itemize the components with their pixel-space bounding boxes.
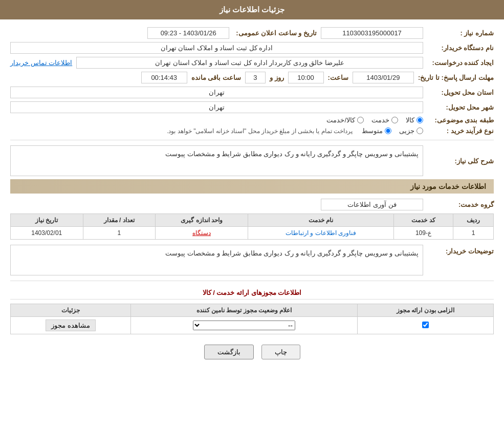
col-required: الزامی بودن ارائه مجوز xyxy=(358,304,494,317)
category-radio-kala-input[interactable] xyxy=(417,117,423,123)
page-wrapper: جزئیات اطلاعات نیاز شماره نیاز : 1103003… xyxy=(0,0,504,448)
category-radio-both-input[interactable] xyxy=(357,117,364,123)
need-desc-value: پشتیبانی و سرویس چاپگر و گردگیری رایانه … xyxy=(10,145,423,176)
table-row: 1 ع-109 فناوری اطلاعات و ارتباطات دستگاه… xyxy=(11,227,494,240)
required-checkbox[interactable] xyxy=(422,322,429,328)
cell-date: 1403/02/01 xyxy=(11,227,83,240)
services-table: ردیف کد خدمت نام خدمت واحد اندازه گیری ت… xyxy=(10,214,494,240)
category-row: طبقه بندی موضوعی: کالا خدمت کالا/خدمت xyxy=(10,116,494,124)
col-row: ردیف xyxy=(453,214,494,227)
cell-status: -- xyxy=(130,317,358,334)
buttons-row: چاپ بازگشت xyxy=(10,345,494,359)
creator-label: ایجاد کننده درخواست: xyxy=(427,59,494,67)
cell-name: فناوری اطلاعات و ارتباطات xyxy=(248,227,394,240)
back-button[interactable]: بازگشت xyxy=(204,345,254,359)
province-row: استان محل تحویل: تهران xyxy=(10,87,494,98)
content-area: شماره نیاز : 1103003195000017 تاریخ و سا… xyxy=(0,19,504,377)
creator-link[interactable]: اطلاعات تماس خریدار xyxy=(10,59,72,67)
need-number-label: شماره نیاز : xyxy=(427,29,494,37)
service-group-label: گروه خدمت: xyxy=(427,201,494,208)
divider-1 xyxy=(10,140,494,140)
announce-value: 1403/01/26 - 09:23 xyxy=(147,27,229,39)
col-name: نام خدمت xyxy=(248,214,394,227)
purchase-motavsat-label: متوسط xyxy=(362,127,383,135)
province-value: تهران xyxy=(10,87,423,98)
col-code: کد خدمت xyxy=(393,214,453,227)
purchase-note: پرداخت تمام یا بخشی از مبلغ خریداز محل "… xyxy=(167,127,353,135)
deadline-date: 1403/01/29 xyxy=(353,72,414,83)
col-qty: تعداد / مقدار xyxy=(83,214,155,227)
category-radio-khedmat-input[interactable] xyxy=(391,117,398,123)
deadline-row: مهلت ارسال پاسخ: تا تاریخ: 1403/01/29 سا… xyxy=(10,72,494,83)
cell-unit[interactable]: دستگاه xyxy=(155,227,248,240)
buyer-notes-label: توضیحات خریدار: xyxy=(427,245,494,255)
divider-2 xyxy=(10,281,494,281)
need-desc-text: پشتیبانی و سرویس چاپگر و گردگیری رایانه … xyxy=(165,150,419,158)
buyer-org-label: نام دستگاه خریدار: xyxy=(427,44,494,52)
category-radio-both: کالا/خدمت xyxy=(326,116,364,124)
services-section-title: اطلاعات خدمات مورد نیاز xyxy=(10,179,494,194)
need-number-value: 1103003195000017 xyxy=(321,27,423,39)
category-radio-khedmat-label: خدمت xyxy=(371,116,389,124)
creator-row: ایجاد کننده درخواست: علیرضا خالق وردی کا… xyxy=(10,57,494,69)
buyer-notes-text: پشتیبانی و سرویس چاپگر و گردگیری رایانه … xyxy=(165,249,419,257)
deadline-label: مهلت ارسال پاسخ: تا تاریخ: xyxy=(418,74,494,81)
deadline-days-label: روز و xyxy=(270,74,284,81)
cell-details: مشاهده مجوز xyxy=(11,317,131,334)
purchase-type-label: نوع فرآیند خرید : xyxy=(427,127,494,135)
purchase-motavsat: متوسط xyxy=(362,127,391,135)
category-label: طبقه بندی موضوعی: xyxy=(427,116,494,124)
status-select[interactable]: -- xyxy=(193,321,295,330)
city-value: تهران xyxy=(10,101,423,113)
purchase-jozi-label: جزیی xyxy=(399,127,414,135)
creator-value: علیرضا خالق وردی کاربردار اداره کل ثبت ا… xyxy=(76,57,423,69)
province-label: استان محل تحویل: xyxy=(427,89,494,96)
need-desc-label: شرح کلی نیاز: xyxy=(427,157,494,165)
permits-table: الزامی بودن ارائه مجوز اعلام وضعیت مجوز … xyxy=(10,304,494,334)
cell-required xyxy=(358,317,494,334)
category-radio-kala-label: کالا xyxy=(406,116,414,124)
table-row: -- مشاهده مجوز xyxy=(11,317,494,334)
category-radio-khedmat: خدمت xyxy=(371,116,398,124)
cell-row: 1 xyxy=(453,227,494,240)
deadline-time: 10:00 xyxy=(288,72,324,83)
need-desc-row: شرح کلی نیاز: پشتیبانی و سرویس چاپگر و گ… xyxy=(10,145,494,176)
cell-qty: 1 xyxy=(83,227,155,240)
purchase-jozi-input[interactable] xyxy=(417,127,423,134)
purchase-jozi: جزیی xyxy=(399,127,423,135)
col-details: جزئیات xyxy=(11,304,131,317)
print-button[interactable]: چاپ xyxy=(261,345,300,359)
purchase-type-radio-group: جزیی متوسط xyxy=(362,127,423,135)
page-header: جزئیات اطلاعات نیاز xyxy=(0,0,504,19)
purchase-type-row: نوع فرآیند خرید : جزیی متوسط پرداخت تمام… xyxy=(10,127,494,135)
services-table-container: ردیف کد خدمت نام خدمت واحد اندازه گیری ت… xyxy=(10,214,494,240)
city-row: شهر محل تحویل: تهران xyxy=(10,101,494,113)
need-number-row: شماره نیاز : 1103003195000017 تاریخ و سا… xyxy=(10,27,494,39)
header-title: جزئیات اطلاعات نیاز xyxy=(220,5,284,14)
category-radio-group: کالا خدمت کالا/خدمت xyxy=(326,116,423,124)
permits-table-container: الزامی بودن ارائه مجوز اعلام وضعیت مجوز … xyxy=(10,304,494,334)
view-permit-button[interactable]: مشاهده مجوز xyxy=(46,319,96,331)
service-group-value: فن آوری اطلاعات xyxy=(321,199,423,210)
purchase-motavsat-input[interactable] xyxy=(385,127,391,134)
col-unit: واحد اندازه گیری xyxy=(155,214,248,227)
col-date: تاریخ نیاز xyxy=(11,214,83,227)
buyer-org-row: نام دستگاه خریدار: اداره کل ثبت اسناد و … xyxy=(10,42,494,54)
cell-code: ع-109 xyxy=(393,227,453,240)
buyer-org-value: اداره کل ثبت اسناد و املاک استان تهران xyxy=(10,42,423,54)
col-status: اعلام وضعیت مجوز توسط نامین کننده xyxy=(130,304,358,317)
category-radio-kala: کالا xyxy=(406,116,423,124)
service-group-row: گروه خدمت: فن آوری اطلاعات xyxy=(10,199,494,210)
deadline-time-label: ساعت: xyxy=(328,74,348,81)
announce-label: تاریخ و ساعت اعلان عمومی: xyxy=(233,29,317,37)
permits-section-title: اطلاعات مجوزهای ارائه خدمت / کالا xyxy=(10,286,494,300)
city-label: شهر محل تحویل: xyxy=(427,103,494,111)
buyer-notes-row: توضیحات خریدار: پشتیبانی و سرویس چاپگر و… xyxy=(10,245,494,275)
buyer-notes-value: پشتیبانی و سرویس چاپگر و گردگیری رایانه … xyxy=(10,245,423,275)
remaining-label: ساعت باقی مانده xyxy=(191,74,241,81)
category-radio-both-label: کالا/خدمت xyxy=(326,116,355,124)
remaining-time: 00:14:43 xyxy=(141,72,187,83)
deadline-days: 3 xyxy=(245,72,266,83)
